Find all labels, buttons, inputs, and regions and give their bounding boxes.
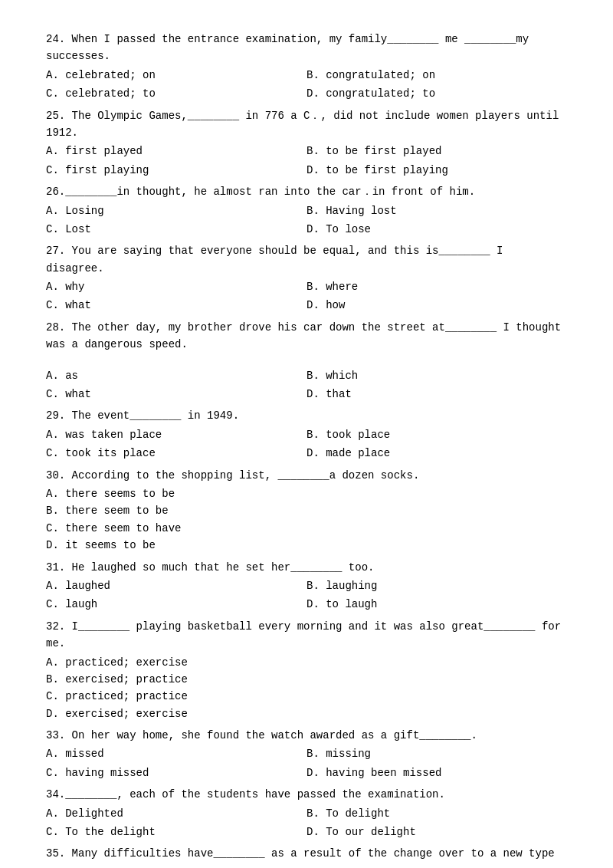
question-31: 31. He laughed so much that he set her__… xyxy=(46,559,567,613)
option-25-0-0: A. first played xyxy=(46,143,306,159)
question-34: 34.________, each of the students have p… xyxy=(46,786,567,840)
options-row-28b-1: C. whatD. that xyxy=(46,386,567,403)
options-row-34-0: A. DelightedB. To delight xyxy=(46,805,567,822)
options-row-24-1: C. celebrated; toD. congratulated; to xyxy=(46,85,567,102)
option-28b-1-1: D. that xyxy=(306,386,567,403)
question-text-34: 34.________, each of the students have p… xyxy=(46,786,567,803)
option-31-0-0: A. laughed xyxy=(46,577,306,594)
option-34-1-0: C. To the delight xyxy=(46,824,306,840)
option-28b-0-0: A. as xyxy=(46,367,306,384)
option-26-0-1: B. Having lost xyxy=(306,202,567,219)
option-33-1-0: C. having missed xyxy=(46,764,306,781)
option-30-2: C. there seem to have xyxy=(46,520,567,537)
question-text-27: 27. You are saying that everyone should … xyxy=(46,242,567,277)
options-row-33-0: A. missedB. missing xyxy=(46,745,567,762)
options-row-25-0: A. first playedB. to be first played xyxy=(46,143,567,159)
option-29-0-0: A. was taken place xyxy=(46,426,306,443)
question-26: 26.________in thought, he almost ran int… xyxy=(46,183,567,238)
option-25-1-1: D. to be first playing xyxy=(306,162,567,179)
options-row-27-1: C. whatD. how xyxy=(46,297,567,314)
question-text-28: 28. The other day, my brother drove his … xyxy=(46,319,567,353)
options-col-30: A. there seems to beB. there seem to beC… xyxy=(46,485,567,554)
option-33-0-1: B. missing xyxy=(306,745,567,762)
option-24-0-1: B. congratulated; on xyxy=(306,67,567,84)
option-31-1-0: C. laugh xyxy=(46,596,306,613)
question-28: 28. The other day, my brother drove his … xyxy=(46,319,567,363)
option-24-0-0: A. celebrated; on xyxy=(46,67,306,84)
options-row-24-0: A. celebrated; onB. congratulated; on xyxy=(46,67,567,84)
option-30-3: D. it seems to be xyxy=(46,537,567,554)
option-31-0-1: B. laughing xyxy=(306,577,567,594)
question-27: 27. You are saying that everyone should … xyxy=(46,242,567,314)
question-text-35: 35. Many difficulties have________ as a … xyxy=(46,845,567,862)
option-25-0-1: B. to be first played xyxy=(306,143,567,159)
option-34-0-0: A. Delighted xyxy=(46,805,306,822)
question-text-25: 25. The Olympic Games,________ in 776 a … xyxy=(46,107,567,142)
option-33-1-1: D. having been missed xyxy=(306,764,567,781)
option-25-1-0: C. first playing xyxy=(46,162,306,179)
option-29-1-1: D. made place xyxy=(306,445,567,462)
exam-content: 24. When I passed the entrance examinati… xyxy=(46,31,567,863)
option-32-1: B. exercised; practice xyxy=(46,671,567,688)
question-text-26: 26.________in thought, he almost ran int… xyxy=(46,183,567,200)
option-28b-1-0: C. what xyxy=(46,386,306,403)
options-row-25-1: C. first playingD. to be first playing xyxy=(46,162,567,179)
question-text-33: 33. On her way home, she found the watch… xyxy=(46,727,567,744)
option-29-0-1: B. took place xyxy=(306,426,567,443)
option-29-1-0: C. took its place xyxy=(46,445,306,462)
options-row-29-0: A. was taken placeB. took place xyxy=(46,426,567,443)
options-row-33-1: C. having missedD. having been missed xyxy=(46,764,567,781)
option-32-2: C. practiced; practice xyxy=(46,688,567,705)
question-text-32: 32. I________ playing basketball every m… xyxy=(46,618,567,653)
option-27-0-0: A. why xyxy=(46,278,306,295)
options-row-26-1: C. LostD. To lose xyxy=(46,221,567,238)
question-text-30: 30. According to the shopping list, ____… xyxy=(46,467,567,484)
option-31-1-1: D. to laugh xyxy=(306,596,567,613)
option-28b-0-1: B. which xyxy=(306,367,567,384)
option-24-1-1: D. congratulated; to xyxy=(306,85,567,102)
question-text-24: 24. When I passed the entrance examinati… xyxy=(46,31,567,65)
option-34-1-1: D. To our delight xyxy=(306,824,567,840)
option-26-0-0: A. Losing xyxy=(46,202,306,219)
option-27-1-0: C. what xyxy=(46,297,306,314)
question-28b: A. asB. whichC. whatD. that xyxy=(46,367,567,403)
question-25: 25. The Olympic Games,________ in 776 a … xyxy=(46,107,567,179)
options-row-28b-0: A. asB. which xyxy=(46,367,567,384)
question-text-31: 31. He laughed so much that he set her__… xyxy=(46,559,567,576)
option-30-1: B. there seem to be xyxy=(46,502,567,519)
question-text-29: 29. The event________ in 1949. xyxy=(46,407,567,424)
options-col-32: A. practiced; exerciseB. exercised; prac… xyxy=(46,654,567,723)
question-24: 24. When I passed the entrance examinati… xyxy=(46,31,567,103)
question-33: 33. On her way home, she found the watch… xyxy=(46,727,567,781)
option-26-1-1: D. To lose xyxy=(306,221,567,238)
options-row-27-0: A. whyB. where xyxy=(46,278,567,295)
option-32-0: A. practiced; exercise xyxy=(46,654,567,671)
question-35: 35. Many difficulties have________ as a … xyxy=(46,845,567,862)
option-24-1-0: C. celebrated; to xyxy=(46,85,306,102)
options-row-34-1: C. To the delightD. To our delight xyxy=(46,824,567,840)
option-27-0-1: B. where xyxy=(306,278,567,295)
option-33-0-0: A. missed xyxy=(46,745,306,762)
option-32-3: D. exercised; exercise xyxy=(46,705,567,722)
options-row-31-1: C. laughD. to laugh xyxy=(46,596,567,613)
option-30-0: A. there seems to be xyxy=(46,485,567,502)
options-row-29-1: C. took its placeD. made place xyxy=(46,445,567,462)
options-row-26-0: A. LosingB. Having lost xyxy=(46,202,567,219)
question-30: 30. According to the shopping list, ____… xyxy=(46,467,567,554)
option-26-1-0: C. Lost xyxy=(46,221,306,238)
options-row-31-0: A. laughedB. laughing xyxy=(46,577,567,594)
option-27-1-1: D. how xyxy=(306,297,567,314)
question-29: 29. The event________ in 1949.A. was tak… xyxy=(46,407,567,462)
question-32: 32. I________ playing basketball every m… xyxy=(46,618,567,722)
option-34-0-1: B. To delight xyxy=(306,805,567,822)
